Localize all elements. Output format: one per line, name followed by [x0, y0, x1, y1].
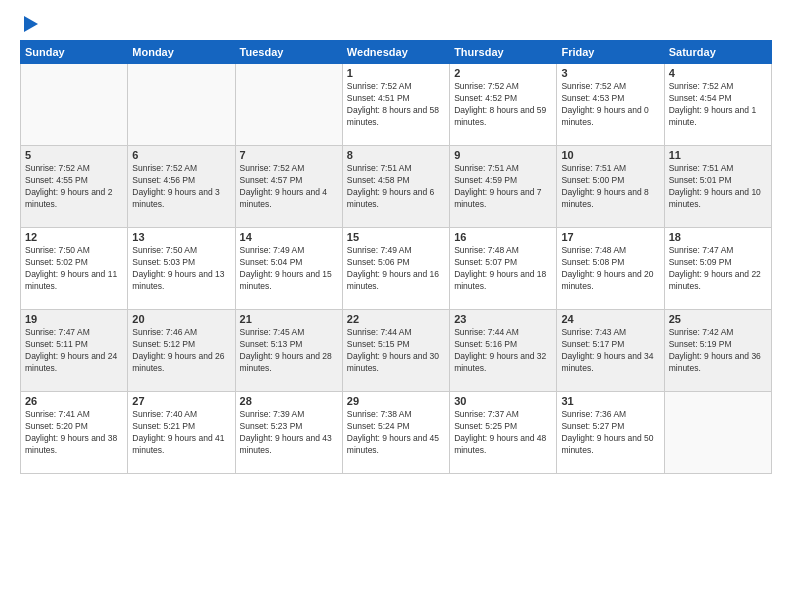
day-info: Sunrise: 7:51 AMSunset: 4:58 PMDaylight:… — [347, 163, 445, 211]
calendar-cell: 26Sunrise: 7:41 AMSunset: 5:20 PMDayligh… — [21, 392, 128, 474]
calendar-cell: 16Sunrise: 7:48 AMSunset: 5:07 PMDayligh… — [450, 228, 557, 310]
weekday-header: Monday — [128, 41, 235, 64]
calendar-cell: 27Sunrise: 7:40 AMSunset: 5:21 PMDayligh… — [128, 392, 235, 474]
calendar-cell: 5Sunrise: 7:52 AMSunset: 4:55 PMDaylight… — [21, 146, 128, 228]
day-info: Sunrise: 7:38 AMSunset: 5:24 PMDaylight:… — [347, 409, 445, 457]
calendar-cell — [235, 64, 342, 146]
day-info: Sunrise: 7:52 AMSunset: 4:54 PMDaylight:… — [669, 81, 767, 129]
day-number: 16 — [454, 231, 552, 243]
day-info: Sunrise: 7:40 AMSunset: 5:21 PMDaylight:… — [132, 409, 230, 457]
calendar-cell: 15Sunrise: 7:49 AMSunset: 5:06 PMDayligh… — [342, 228, 449, 310]
day-number: 27 — [132, 395, 230, 407]
weekday-header: Sunday — [21, 41, 128, 64]
day-number: 19 — [25, 313, 123, 325]
calendar-week-row: 26Sunrise: 7:41 AMSunset: 5:20 PMDayligh… — [21, 392, 772, 474]
day-number: 21 — [240, 313, 338, 325]
calendar-week-row: 19Sunrise: 7:47 AMSunset: 5:11 PMDayligh… — [21, 310, 772, 392]
calendar-cell — [664, 392, 771, 474]
day-number: 5 — [25, 149, 123, 161]
day-info: Sunrise: 7:52 AMSunset: 4:55 PMDaylight:… — [25, 163, 123, 211]
day-info: Sunrise: 7:41 AMSunset: 5:20 PMDaylight:… — [25, 409, 123, 457]
day-info: Sunrise: 7:47 AMSunset: 5:09 PMDaylight:… — [669, 245, 767, 293]
day-number: 13 — [132, 231, 230, 243]
day-info: Sunrise: 7:44 AMSunset: 5:15 PMDaylight:… — [347, 327, 445, 375]
calendar-cell: 17Sunrise: 7:48 AMSunset: 5:08 PMDayligh… — [557, 228, 664, 310]
calendar-cell: 2Sunrise: 7:52 AMSunset: 4:52 PMDaylight… — [450, 64, 557, 146]
day-number: 23 — [454, 313, 552, 325]
calendar-cell: 18Sunrise: 7:47 AMSunset: 5:09 PMDayligh… — [664, 228, 771, 310]
calendar-cell: 19Sunrise: 7:47 AMSunset: 5:11 PMDayligh… — [21, 310, 128, 392]
calendar-cell: 24Sunrise: 7:43 AMSunset: 5:17 PMDayligh… — [557, 310, 664, 392]
calendar-cell: 12Sunrise: 7:50 AMSunset: 5:02 PMDayligh… — [21, 228, 128, 310]
calendar-cell: 13Sunrise: 7:50 AMSunset: 5:03 PMDayligh… — [128, 228, 235, 310]
weekday-header: Friday — [557, 41, 664, 64]
day-info: Sunrise: 7:42 AMSunset: 5:19 PMDaylight:… — [669, 327, 767, 375]
calendar-cell: 30Sunrise: 7:37 AMSunset: 5:25 PMDayligh… — [450, 392, 557, 474]
weekday-header: Tuesday — [235, 41, 342, 64]
calendar-cell: 7Sunrise: 7:52 AMSunset: 4:57 PMDaylight… — [235, 146, 342, 228]
calendar-cell: 9Sunrise: 7:51 AMSunset: 4:59 PMDaylight… — [450, 146, 557, 228]
calendar-week-row: 12Sunrise: 7:50 AMSunset: 5:02 PMDayligh… — [21, 228, 772, 310]
day-info: Sunrise: 7:49 AMSunset: 5:04 PMDaylight:… — [240, 245, 338, 293]
day-number: 4 — [669, 67, 767, 79]
day-number: 11 — [669, 149, 767, 161]
calendar-cell: 23Sunrise: 7:44 AMSunset: 5:16 PMDayligh… — [450, 310, 557, 392]
day-number: 25 — [669, 313, 767, 325]
day-info: Sunrise: 7:52 AMSunset: 4:56 PMDaylight:… — [132, 163, 230, 211]
weekday-header: Thursday — [450, 41, 557, 64]
weekday-header: Saturday — [664, 41, 771, 64]
calendar-cell — [21, 64, 128, 146]
day-info: Sunrise: 7:52 AMSunset: 4:51 PMDaylight:… — [347, 81, 445, 129]
day-number: 29 — [347, 395, 445, 407]
calendar-week-row: 5Sunrise: 7:52 AMSunset: 4:55 PMDaylight… — [21, 146, 772, 228]
day-info: Sunrise: 7:52 AMSunset: 4:57 PMDaylight:… — [240, 163, 338, 211]
calendar-cell: 4Sunrise: 7:52 AMSunset: 4:54 PMDaylight… — [664, 64, 771, 146]
day-number: 6 — [132, 149, 230, 161]
calendar-table: SundayMondayTuesdayWednesdayThursdayFrid… — [20, 40, 772, 474]
calendar-cell: 22Sunrise: 7:44 AMSunset: 5:15 PMDayligh… — [342, 310, 449, 392]
calendar-cell: 6Sunrise: 7:52 AMSunset: 4:56 PMDaylight… — [128, 146, 235, 228]
day-info: Sunrise: 7:48 AMSunset: 5:08 PMDaylight:… — [561, 245, 659, 293]
day-number: 2 — [454, 67, 552, 79]
calendar-cell: 20Sunrise: 7:46 AMSunset: 5:12 PMDayligh… — [128, 310, 235, 392]
day-info: Sunrise: 7:46 AMSunset: 5:12 PMDaylight:… — [132, 327, 230, 375]
day-number: 20 — [132, 313, 230, 325]
day-info: Sunrise: 7:37 AMSunset: 5:25 PMDaylight:… — [454, 409, 552, 457]
day-number: 9 — [454, 149, 552, 161]
calendar-cell: 8Sunrise: 7:51 AMSunset: 4:58 PMDaylight… — [342, 146, 449, 228]
day-info: Sunrise: 7:43 AMSunset: 5:17 PMDaylight:… — [561, 327, 659, 375]
day-info: Sunrise: 7:39 AMSunset: 5:23 PMDaylight:… — [240, 409, 338, 457]
day-info: Sunrise: 7:51 AMSunset: 5:01 PMDaylight:… — [669, 163, 767, 211]
logo — [20, 16, 38, 30]
day-number: 17 — [561, 231, 659, 243]
calendar-cell: 10Sunrise: 7:51 AMSunset: 5:00 PMDayligh… — [557, 146, 664, 228]
calendar-cell: 28Sunrise: 7:39 AMSunset: 5:23 PMDayligh… — [235, 392, 342, 474]
day-number: 30 — [454, 395, 552, 407]
day-number: 10 — [561, 149, 659, 161]
calendar-cell: 1Sunrise: 7:52 AMSunset: 4:51 PMDaylight… — [342, 64, 449, 146]
logo-arrow-icon — [24, 16, 38, 32]
day-info: Sunrise: 7:52 AMSunset: 4:52 PMDaylight:… — [454, 81, 552, 129]
day-number: 8 — [347, 149, 445, 161]
calendar-header-row: SundayMondayTuesdayWednesdayThursdayFrid… — [21, 41, 772, 64]
weekday-header: Wednesday — [342, 41, 449, 64]
day-number: 22 — [347, 313, 445, 325]
day-number: 3 — [561, 67, 659, 79]
day-number: 18 — [669, 231, 767, 243]
day-info: Sunrise: 7:52 AMSunset: 4:53 PMDaylight:… — [561, 81, 659, 129]
day-number: 24 — [561, 313, 659, 325]
day-number: 26 — [25, 395, 123, 407]
day-number: 15 — [347, 231, 445, 243]
day-number: 12 — [25, 231, 123, 243]
calendar-cell: 11Sunrise: 7:51 AMSunset: 5:01 PMDayligh… — [664, 146, 771, 228]
day-info: Sunrise: 7:47 AMSunset: 5:11 PMDaylight:… — [25, 327, 123, 375]
day-number: 1 — [347, 67, 445, 79]
day-info: Sunrise: 7:49 AMSunset: 5:06 PMDaylight:… — [347, 245, 445, 293]
calendar-cell — [128, 64, 235, 146]
calendar-cell: 25Sunrise: 7:42 AMSunset: 5:19 PMDayligh… — [664, 310, 771, 392]
day-info: Sunrise: 7:45 AMSunset: 5:13 PMDaylight:… — [240, 327, 338, 375]
calendar-week-row: 1Sunrise: 7:52 AMSunset: 4:51 PMDaylight… — [21, 64, 772, 146]
day-info: Sunrise: 7:51 AMSunset: 5:00 PMDaylight:… — [561, 163, 659, 211]
day-info: Sunrise: 7:50 AMSunset: 5:03 PMDaylight:… — [132, 245, 230, 293]
day-info: Sunrise: 7:51 AMSunset: 4:59 PMDaylight:… — [454, 163, 552, 211]
